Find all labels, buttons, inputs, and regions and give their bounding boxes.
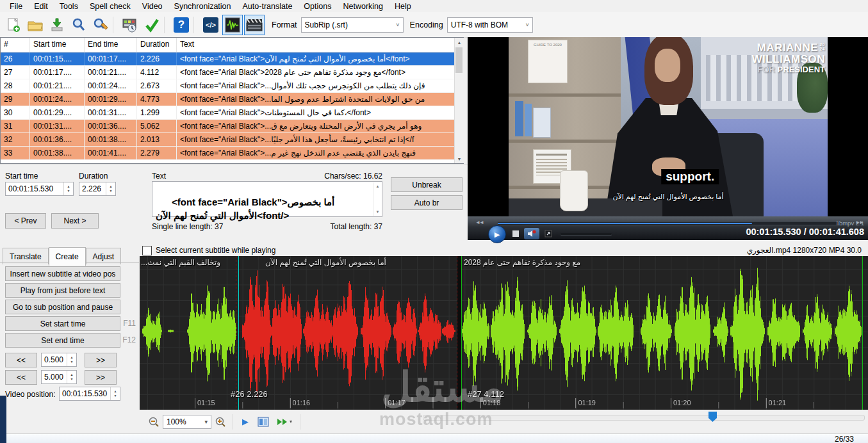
small-step-spinner[interactable]: 0.500 ▲▼	[41, 353, 77, 367]
duration-spinner[interactable]: 2.226 ▲▼	[79, 182, 116, 196]
unbreak-button[interactable]: Unbreak	[391, 177, 463, 192]
visual-sync-button[interactable]	[120, 15, 140, 35]
column-header[interactable]: End time	[85, 38, 137, 52]
column-header[interactable]: Duration	[137, 38, 177, 52]
scrollbar-thumb[interactable]	[455, 47, 463, 73]
menu-item[interactable]: Options	[298, 1, 337, 12]
replace-button[interactable]	[90, 15, 111, 35]
toolbar-separator	[233, 414, 233, 430]
encoding-select[interactable]: UTF-8 with BOM˅	[447, 17, 533, 33]
subtitle-list-header: #Start timeEnd timeDurationText	[1, 38, 463, 52]
subtitle-row[interactable]: 31 00:01:31.... 00:01:36.... 5.062 <font…	[1, 120, 463, 133]
subtitle-row[interactable]: 27 00:01:17.... 00:01:21.... 4.112 <font…	[1, 66, 463, 79]
volume-slider[interactable]	[561, 233, 612, 235]
subtitle-row[interactable]: 26 00:01:15.... 00:01:17.... 2.226 <font…	[1, 52, 463, 66]
toolbar-separator	[113, 17, 118, 33]
waveform-panel[interactable]: ...وتخالف القيم التي نمث أما بخصوص الأمو…	[140, 256, 868, 410]
waveform-play-button[interactable]: ▶	[238, 414, 253, 430]
help-button[interactable]: ?	[171, 15, 192, 35]
spinner-arrows-icon[interactable]: ▲▼	[67, 353, 76, 366]
zoom-in-button[interactable]	[213, 414, 228, 430]
video-player[interactable]: GUIDE TO 2020	[468, 37, 868, 240]
seek-bar[interactable]	[497, 222, 842, 225]
person-face	[655, 49, 680, 82]
fullscreen-button[interactable]	[545, 230, 552, 239]
panel-action-button[interactable]: Play from just before text	[5, 283, 120, 298]
cell-text: <font face="Arial Black">كما في حال المس…	[177, 106, 463, 119]
column-header[interactable]: #	[1, 38, 30, 52]
nudge-back-small-button[interactable]: <<	[5, 353, 37, 367]
textbox-scrollbar[interactable]: ▲▼	[373, 182, 381, 216]
format-select[interactable]: SubRip (.srt)˅	[301, 17, 404, 33]
menu-item[interactable]: Synchronization	[168, 1, 237, 12]
subtitle-row[interactable]: 30 00:01:29.... 00:01:31.... 1.299 <font…	[1, 106, 463, 120]
video-position-spinner[interactable]: 00:01:15.530 ▲▼	[59, 387, 120, 401]
campaign-president: PRESIDENT	[778, 65, 825, 74]
show-columns-button[interactable]	[256, 414, 271, 430]
subtitle-text-input[interactable]: <font face="Arial Black">أما بخصوص ⁧</fo…	[152, 181, 382, 217]
scroll-down-icon[interactable]: ▼	[455, 154, 464, 163]
menu-item[interactable]: Spell check	[84, 1, 136, 12]
menu-item[interactable]: Auto-translate	[237, 1, 299, 12]
menu-item[interactable]: File	[4, 1, 28, 12]
nudge-fwd-small-button[interactable]: >>	[85, 353, 117, 367]
save-icon	[49, 17, 65, 33]
waveform-zoom-select[interactable]: 100%▾	[163, 415, 211, 429]
list-scrollbar[interactable]: ▲ ▼	[454, 38, 464, 163]
spinner-arrows-icon[interactable]: ▲▼	[110, 387, 120, 400]
menu-item[interactable]: Help	[389, 1, 417, 12]
stop-button[interactable]	[512, 230, 519, 237]
mute-button[interactable]	[524, 228, 539, 239]
subtitle-row[interactable]: 28 00:01:21.... 00:01:24.... 2.673 <font…	[1, 79, 463, 93]
open-file-button[interactable]	[25, 15, 45, 35]
column-header[interactable]: Start time	[30, 38, 85, 52]
seek-back-icon[interactable]: ◄◄	[475, 220, 483, 225]
spinner-arrows-icon[interactable]: ▲▼	[106, 182, 115, 195]
menu-item[interactable]: Networking	[337, 1, 389, 12]
toggle-video-button[interactable]	[244, 15, 265, 35]
subtitle-row[interactable]: 32 00:01:36.... 00:01:38.... 2.013 <font…	[1, 133, 463, 147]
large-step-spinner[interactable]: 5.000 ▲▼	[41, 370, 77, 384]
toggle-waveform-button[interactable]	[222, 15, 243, 35]
panel-action-button[interactable]: Set start time	[5, 316, 120, 331]
zoom-out-button[interactable]	[146, 414, 161, 430]
menu-item[interactable]: Video	[136, 1, 168, 12]
chevron-down-icon: ˅	[525, 22, 528, 28]
cell-duration: 2.279	[137, 147, 177, 159]
nudge-back-large-button[interactable]: <<	[5, 370, 37, 385]
tab[interactable]: Create	[49, 247, 86, 266]
waveform-canvas[interactable]	[140, 256, 868, 410]
play-icon: ▶	[242, 417, 249, 426]
next-button[interactable]: Next >	[51, 213, 99, 229]
menu-item[interactable]: Tools	[54, 1, 84, 12]
prev-button[interactable]: < Prev	[5, 213, 46, 229]
start-time-label: Start time	[5, 172, 38, 181]
chevron-down-icon: ▾	[204, 419, 208, 425]
find-button[interactable]	[69, 15, 89, 35]
select-current-checkbox[interactable]	[142, 246, 152, 255]
panel-action-button[interactable]: Insert new subtitle at video pos	[5, 266, 120, 281]
menu-item[interactable]: Edit	[28, 1, 54, 12]
cell-end-time: 00:01:21....	[85, 66, 137, 79]
subtitle-row[interactable]: 29 00:01:24.... 00:01:29.... 4.773 <font…	[1, 93, 463, 106]
source-view-button[interactable]: </>	[201, 15, 221, 35]
panel-action-button[interactable]: Go to sub position and pause	[5, 300, 120, 314]
playback-speed-button[interactable]: ▾	[274, 414, 295, 430]
spell-check-button[interactable]	[142, 15, 162, 35]
start-time-spinner[interactable]: 00:01:15.530 ▲▼	[5, 182, 74, 196]
corner-strip	[0, 396, 6, 443]
waveform-scroll-track[interactable]	[423, 415, 865, 421]
new-file-button[interactable]	[3, 15, 24, 35]
play-button[interactable]: ▶	[488, 225, 506, 243]
spinner-arrows-icon[interactable]: ▲▼	[67, 371, 76, 383]
nudge-fwd-large-button[interactable]: >>	[85, 370, 117, 385]
column-header[interactable]: Text	[177, 38, 463, 52]
cell-text: <font face="Arial Black">...من حق الولاي…	[177, 93, 463, 106]
auto-br-button[interactable]: Auto br	[391, 195, 463, 210]
panel-action-button[interactable]: Set end time	[5, 333, 120, 348]
scroll-up-icon[interactable]: ▲	[455, 38, 464, 47]
spinner-arrows-icon[interactable]: ▲▼	[63, 182, 73, 195]
save-button[interactable]	[47, 15, 67, 35]
source-view-icon: </>	[203, 17, 218, 33]
subtitle-row[interactable]: 33 00:01:38.... 00:01:41.... 2.279 <font…	[1, 147, 463, 160]
